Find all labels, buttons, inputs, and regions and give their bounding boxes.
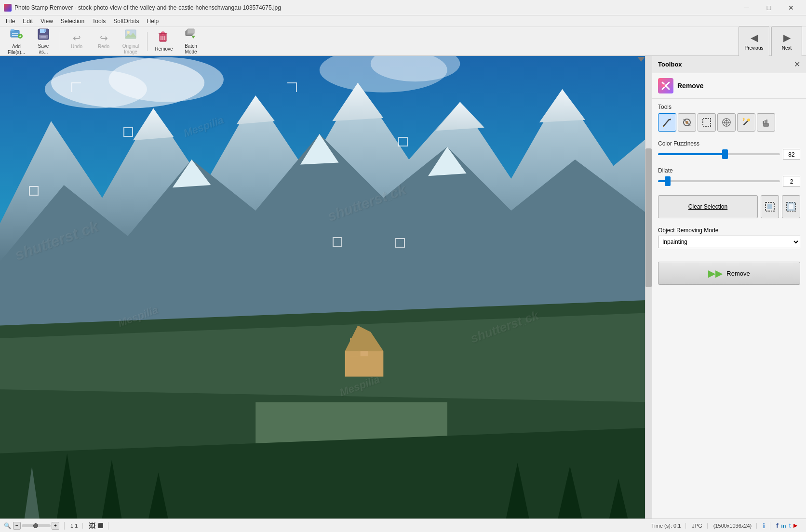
wand-tool-button[interactable] (737, 113, 755, 132)
dilate-section: Dilate 2 (652, 163, 806, 190)
color-fuzziness-value[interactable]: 82 (783, 149, 800, 160)
maximize-button[interactable]: □ (758, 0, 780, 15)
batch-mode-icon (185, 28, 197, 42)
redo-label: Redo (98, 44, 109, 49)
original-image-button[interactable]: OriginalImage (118, 29, 143, 54)
svg-rect-21 (188, 29, 194, 34)
clear-selection-section: Clear Selection (652, 190, 806, 223)
zoom-level: 1:1 (70, 523, 78, 529)
tools-label: Tools (658, 104, 800, 110)
social-section: f in t ▶ (776, 522, 802, 529)
menu-help[interactable]: Help (143, 17, 163, 26)
selection-corner-tr (287, 82, 297, 92)
dimensions-label: (1500x1036x24) (713, 523, 752, 529)
dilate-label: Dilate (658, 167, 800, 174)
redo-button[interactable]: ↪ Redo (91, 29, 116, 54)
svg-rect-79 (789, 204, 793, 209)
selection-dot-4 (333, 237, 342, 247)
dilate-row: 2 (658, 176, 800, 186)
tools-section: Tools (652, 99, 806, 136)
magic-eraser-button[interactable] (717, 113, 736, 132)
previous-button[interactable]: ◀ Previous (739, 26, 769, 57)
selection-dot-2 (398, 137, 408, 146)
linkedin-icon[interactable]: in (781, 523, 786, 529)
select-all-button[interactable] (761, 195, 779, 218)
remove-label: Remove (155, 46, 173, 52)
remove-button-section: ▶▶ Remove (652, 256, 806, 291)
selection-dot-3 (29, 186, 39, 196)
menu-softorbits[interactable]: SoftOrbits (109, 17, 143, 26)
svg-text:+: + (19, 34, 22, 39)
main-area: shutterst_ck Mespilia shutterst_ck shutt… (0, 56, 806, 519)
color-fuzziness-thumb[interactable] (722, 149, 728, 159)
save-as-button[interactable]: Saveas... (31, 29, 56, 54)
zoom-out-button[interactable]: − (13, 522, 21, 530)
image-type-section: 🖼 ⬛ (89, 522, 108, 530)
dilate-thumb[interactable] (665, 176, 671, 186)
minimize-button[interactable]: ─ (736, 0, 758, 15)
vertical-scrollbar[interactable] (645, 56, 652, 519)
toolbox-close-button[interactable]: ✕ (794, 60, 800, 69)
undo-label: Undo (71, 44, 82, 49)
zoom-slider-thumb[interactable] (33, 523, 38, 528)
youtube-icon[interactable]: ▶ (793, 522, 797, 529)
svg-rect-60 (703, 119, 711, 126)
undo-icon: ↩ (73, 33, 81, 43)
svg-point-12 (127, 31, 130, 34)
format-label: JPG (692, 523, 702, 529)
zoom-level-section: 1:1 (70, 523, 83, 529)
eraser-tool-button[interactable] (678, 113, 696, 132)
svg-point-66 (747, 119, 750, 121)
toolbar-separator-1 (60, 32, 60, 51)
twitter-icon[interactable]: t (789, 522, 791, 529)
selection-dot-1 (123, 127, 133, 137)
remove-toolbar-button[interactable]: Remove (151, 29, 176, 54)
undo-button[interactable]: ↩ Undo (64, 29, 89, 54)
dilate-track[interactable] (658, 180, 780, 182)
batch-mode-button[interactable]: BatchMode (178, 29, 203, 54)
previous-icon: ◀ (751, 32, 758, 43)
brush-tool-button[interactable] (658, 113, 676, 132)
object-removing-mode-select[interactable]: Inpainting Content-aware fill Blur (658, 236, 800, 248)
remove-section: Remove (652, 73, 806, 99)
remove-action-button[interactable]: ▶▶ Remove (658, 262, 800, 285)
tools-row (658, 113, 800, 132)
window-controls: ─ □ ✕ (736, 0, 802, 15)
svg-rect-8 (44, 29, 46, 32)
zoom-in-button[interactable]: + (52, 522, 59, 530)
svg-rect-3 (12, 33, 18, 34)
menu-selection[interactable]: Selection (57, 17, 88, 26)
canvas-image: shutterst_ck Mespilia shutterst_ck shutt… (0, 56, 652, 519)
menu-edit[interactable]: Edit (19, 17, 37, 26)
next-button[interactable]: ▶ Next (771, 26, 802, 57)
scrollbar-thumb[interactable] (645, 148, 652, 287)
toolbox-header: Toolbox ✕ (652, 56, 806, 73)
rect-select-button[interactable] (698, 113, 716, 132)
color-fuzziness-section: Color Fuzziness 82 (652, 136, 806, 163)
dilate-value[interactable]: 2 (783, 176, 800, 186)
stamp-tool-button[interactable] (757, 113, 775, 132)
zoom-slider-track[interactable] (22, 524, 51, 527)
selection-corner-tl (71, 82, 81, 92)
canvas-area[interactable]: shutterst_ck Mespilia shutterst_ck shutt… (0, 56, 652, 519)
save-as-label: Saveas... (38, 43, 49, 55)
batch-mode-label: BatchMode (185, 43, 197, 55)
facebook-icon[interactable]: f (776, 522, 778, 529)
invert-selection-button[interactable] (782, 195, 800, 218)
menu-file[interactable]: File (2, 17, 19, 26)
svg-marker-22 (191, 36, 195, 39)
clear-selection-button[interactable]: Clear Selection (658, 195, 758, 218)
add-files-button[interactable]: + Add File(s)... (4, 29, 29, 54)
image-type-icon2: ⬛ (97, 523, 103, 528)
svg-point-70 (743, 118, 745, 120)
zoom-icon: 🔍 (4, 522, 11, 529)
menu-view[interactable]: View (37, 17, 57, 26)
dimensions-section: (1500x1036x24) (713, 523, 757, 529)
menu-tools[interactable]: Tools (88, 17, 109, 26)
next-label: Next (782, 45, 792, 51)
dropdown-arrow (637, 57, 645, 62)
remove-icon (158, 31, 170, 45)
svg-rect-1 (11, 29, 14, 31)
color-fuzziness-track[interactable] (658, 153, 780, 155)
close-button[interactable]: ✕ (780, 0, 802, 15)
